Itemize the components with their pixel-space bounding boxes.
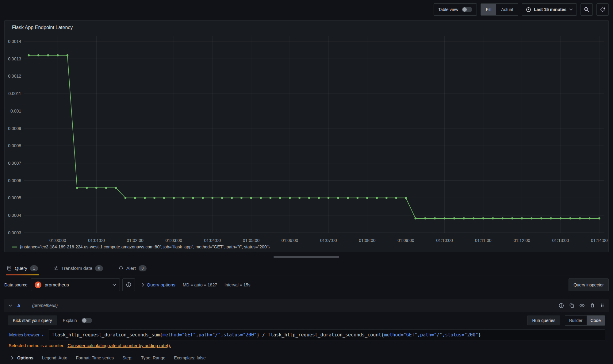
interval-text: Interval = 15s bbox=[224, 282, 250, 287]
tab-label: Query bbox=[15, 266, 27, 271]
table-view-label: Table view bbox=[438, 7, 458, 12]
explain-toggle[interactable] bbox=[82, 318, 92, 323]
builder-mode-button[interactable]: Builder bbox=[565, 316, 587, 325]
toggle-knob bbox=[82, 318, 86, 323]
svg-text:01:03:00: 01:03:00 bbox=[165, 238, 182, 243]
time-range-label: Last 15 minutes bbox=[534, 7, 566, 12]
grafana-panel-edit: Table view Fill Actual Last 15 minutes F… bbox=[0, 0, 613, 364]
query-help-button[interactable] bbox=[559, 303, 564, 308]
prometheus-icon bbox=[35, 282, 41, 288]
query-editor-row: Metrics browser › flask_http_request_dur… bbox=[8, 329, 605, 340]
kick-start-query-button[interactable]: Kick start your query bbox=[8, 316, 57, 325]
builder-code-segmented: Builder Code bbox=[565, 315, 605, 326]
tab-label: Transform data bbox=[61, 266, 92, 271]
svg-text:01:09:00: 01:09:00 bbox=[397, 238, 414, 243]
svg-text:01:12:00: 01:12:00 bbox=[514, 238, 531, 243]
options-collapsed-row[interactable]: Options Legend: Auto Format: Time series… bbox=[8, 352, 605, 364]
angle-right-icon bbox=[11, 356, 13, 360]
query-options-toggle[interactable]: Query options bbox=[142, 282, 175, 287]
legend-series-label: {instance="ec2-184-169-216-224.us-west-1… bbox=[20, 244, 270, 249]
svg-text:01:00:00: 01:00:00 bbox=[49, 238, 66, 243]
editor-tabs: Query 1 Transform data 0 Alert 0 bbox=[4, 261, 609, 275]
svg-text:01:07:00: 01:07:00 bbox=[320, 238, 337, 243]
datasource-picker[interactable]: prometheus bbox=[31, 278, 120, 291]
metrics-browser-label: Metrics browser bbox=[9, 332, 40, 337]
chart-legend-item[interactable]: {instance="ec2-184-169-216-224.us-west-1… bbox=[12, 244, 270, 249]
angle-right-icon: › bbox=[42, 332, 43, 338]
eye-icon bbox=[579, 303, 585, 308]
table-view-toggle[interactable] bbox=[462, 7, 472, 12]
max-data-points-text: MD = auto = 1827 bbox=[183, 282, 217, 287]
latency-chart[interactable]: 0.00030.00040.00050.00060.00070.00080.00… bbox=[5, 32, 608, 246]
query-datasource-hint: (prometheus) bbox=[32, 303, 58, 308]
svg-text:01:13:00: 01:13:00 bbox=[552, 238, 569, 243]
query-toolbar: Kick start your query Explain Run querie… bbox=[4, 312, 609, 328]
duplicate-query-button[interactable] bbox=[569, 303, 574, 308]
panel-title: Flask App Endpoint Latency bbox=[12, 25, 73, 30]
grip-icon bbox=[600, 303, 604, 308]
zoom-out-button[interactable] bbox=[580, 3, 593, 16]
datasource-info-button[interactable] bbox=[122, 278, 135, 291]
tab-query[interactable]: Query 1 bbox=[6, 261, 39, 275]
angle-right-icon bbox=[142, 283, 144, 287]
query-inspector-button[interactable]: Query inspector bbox=[569, 278, 609, 291]
fill-button[interactable]: Fill bbox=[481, 4, 496, 15]
toggle-knob bbox=[462, 7, 467, 12]
options-label: Options bbox=[17, 355, 33, 360]
svg-text:0.0008: 0.0008 bbox=[8, 143, 21, 148]
options-exemplars-summary: Exemplars: false bbox=[174, 355, 205, 360]
query-row-header[interactable]: A (prometheus) bbox=[4, 299, 609, 312]
svg-text:01:11:00: 01:11:00 bbox=[475, 238, 492, 243]
query-options-label: Query options bbox=[147, 282, 175, 287]
svg-text:01:02:00: 01:02:00 bbox=[127, 238, 144, 243]
svg-text:0.0014: 0.0014 bbox=[8, 39, 21, 44]
warning-text: Selected metric is a counter. bbox=[9, 343, 64, 348]
transform-icon bbox=[53, 266, 59, 271]
chevron-down-icon bbox=[113, 284, 116, 286]
options-legend-summary: Legend: Auto bbox=[42, 355, 67, 360]
refresh-icon bbox=[600, 7, 605, 12]
svg-text:01:06:00: 01:06:00 bbox=[282, 238, 298, 243]
rate-hint-link[interactable]: Consider calculating rate of counter by … bbox=[67, 343, 171, 348]
datasource-selected-value: prometheus bbox=[44, 282, 69, 287]
actual-button[interactable]: Actual bbox=[496, 4, 518, 15]
disable-query-button[interactable] bbox=[579, 303, 585, 308]
run-queries-button[interactable]: Run queries bbox=[527, 316, 560, 325]
metrics-browser-toggle[interactable]: Metrics browser › bbox=[8, 329, 48, 340]
svg-text:0.0007: 0.0007 bbox=[8, 161, 21, 166]
datasource-row: Data source prometheus Query options MD … bbox=[4, 278, 609, 291]
svg-text:0.0012: 0.0012 bbox=[8, 74, 21, 79]
fill-actual-segmented: Fill Actual bbox=[481, 3, 518, 16]
latency-panel: Flask App Endpoint Latency 0.00030.00040… bbox=[4, 20, 609, 252]
info-circle-icon bbox=[559, 303, 564, 308]
tab-alert[interactable]: Alert 0 bbox=[118, 261, 147, 275]
svg-text:01:01:00: 01:01:00 bbox=[88, 238, 105, 243]
svg-text:0.0003: 0.0003 bbox=[8, 230, 21, 235]
query-editor-card: A (prometheus) Kic bbox=[4, 299, 609, 364]
clock-icon bbox=[526, 7, 531, 12]
panel-resize-handle[interactable] bbox=[274, 256, 339, 258]
legend-series-swatch bbox=[12, 247, 17, 247]
database-icon bbox=[7, 266, 12, 271]
explain-label: Explain bbox=[63, 318, 77, 323]
svg-text:0.0004: 0.0004 bbox=[8, 213, 21, 218]
query-ref-id: A bbox=[17, 303, 21, 308]
tab-count-badge: 0 bbox=[139, 265, 147, 271]
options-step-summary: Step: bbox=[122, 355, 132, 360]
svg-text:0.0009: 0.0009 bbox=[8, 126, 21, 131]
trash-icon bbox=[590, 303, 595, 308]
time-range-button[interactable]: Last 15 minutes bbox=[522, 3, 577, 16]
tab-transform-data[interactable]: Transform data 0 bbox=[53, 261, 104, 275]
chevron-down-icon bbox=[9, 304, 12, 307]
table-view-control: Table view bbox=[434, 3, 477, 16]
promql-expression-input[interactable]: flask_http_request_duration_seconds_sum{… bbox=[48, 329, 605, 340]
code-mode-button[interactable]: Code bbox=[587, 316, 605, 325]
refresh-button[interactable] bbox=[596, 3, 609, 16]
datasource-label: Data source bbox=[4, 282, 27, 287]
drag-handle[interactable] bbox=[600, 303, 604, 308]
tab-count-badge: 0 bbox=[95, 265, 103, 271]
remove-query-button[interactable] bbox=[590, 303, 595, 308]
counter-warning: Selected metric is a counter. Consider c… bbox=[4, 340, 609, 349]
query-row-actions bbox=[559, 303, 604, 308]
svg-text:01:04:00: 01:04:00 bbox=[204, 238, 221, 243]
